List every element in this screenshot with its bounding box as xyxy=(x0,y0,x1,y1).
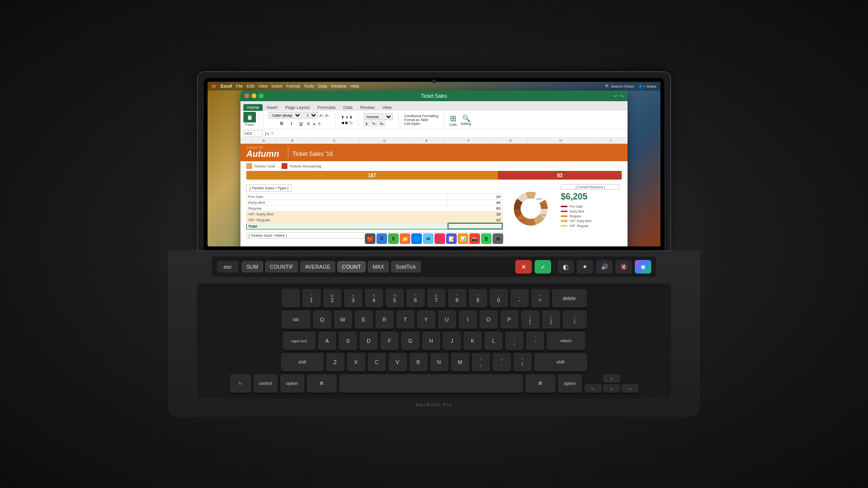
sum-button[interactable]: SUM xyxy=(241,261,263,273)
col-e-header[interactable]: E xyxy=(410,138,444,143)
col-c-header[interactable]: C xyxy=(310,138,360,143)
undo-icon[interactable]: ↩ xyxy=(614,94,617,98)
key-fn[interactable]: fn xyxy=(230,374,251,393)
key-left-arrow[interactable]: ← xyxy=(584,384,602,393)
dock-icon-launchpad[interactable]: ⠿ xyxy=(376,233,387,244)
col-a-header[interactable]: A xyxy=(252,138,276,143)
borders-icon[interactable]: ⊞ xyxy=(307,122,310,126)
key-return[interactable]: return xyxy=(547,332,585,350)
key-slash[interactable]: ?/ xyxy=(513,353,532,371)
key-space[interactable] xyxy=(339,374,523,393)
redo-icon[interactable]: ↪ xyxy=(620,94,624,98)
key-right-command[interactable]: ⌘ xyxy=(525,374,555,393)
key-semicolon[interactable]: :; xyxy=(505,332,524,350)
key-4[interactable]: $4 xyxy=(365,289,383,307)
align-top-icon[interactable]: ⬆ xyxy=(341,115,344,120)
fill-color-icon[interactable]: ▲ xyxy=(312,122,316,126)
dock-icon-8[interactable]: 🗓 xyxy=(481,233,492,244)
key-o[interactable]: O xyxy=(479,310,498,329)
help-menu[interactable]: Help xyxy=(350,84,359,89)
format-menu[interactable]: Format xyxy=(286,84,300,89)
key-t[interactable]: T xyxy=(396,310,415,329)
currency-icon[interactable]: $ xyxy=(364,121,369,126)
confirm-button[interactable]: ✓ xyxy=(535,260,551,274)
formula-input[interactable]: = xyxy=(271,131,625,136)
cell-styles-btn[interactable]: Cell Styles xyxy=(404,122,438,125)
key-1[interactable]: !1 xyxy=(302,289,321,307)
insert-menu[interactable]: Insert xyxy=(271,84,283,89)
volume-down-button[interactable]: 🔇 xyxy=(615,260,632,274)
paste-icon[interactable]: 📋 xyxy=(243,112,256,122)
key-l[interactable]: L xyxy=(484,332,503,350)
dock-icon-finder[interactable]: 🍎 xyxy=(365,233,375,244)
col-g-header[interactable]: G xyxy=(494,138,528,143)
key-comma[interactable]: <, xyxy=(472,353,490,371)
key-w[interactable]: W xyxy=(334,310,352,329)
comma-icon[interactable]: ‰ xyxy=(378,121,385,126)
siri-button[interactable]: ◉ xyxy=(635,260,651,274)
apple-menu[interactable]: 🍎 xyxy=(211,84,217,89)
col-f-header[interactable]: F xyxy=(444,138,494,143)
number-format-select[interactable]: General xyxy=(364,113,393,120)
italic-button[interactable]: I xyxy=(287,120,295,127)
regular-value[interactable]: 63 xyxy=(448,206,502,212)
key-period[interactable]: >. xyxy=(493,353,511,371)
key-6[interactable]: ^6 xyxy=(406,289,425,307)
countif-button[interactable]: COUNTIF xyxy=(265,261,299,273)
volume-up-button[interactable]: 🔊 xyxy=(596,260,613,274)
dock-icon-3[interactable]: ✉ xyxy=(423,233,434,244)
key-right-shift[interactable]: shift xyxy=(534,353,587,371)
col-h-header[interactable]: H xyxy=(527,138,594,143)
esc-button[interactable]: esc xyxy=(217,261,239,273)
col-d-header[interactable]: D xyxy=(359,138,410,143)
key-e[interactable]: E xyxy=(355,310,373,329)
key-5[interactable]: %5 xyxy=(386,289,404,307)
excel-menu[interactable]: Excel xyxy=(221,84,232,89)
key-right-option[interactable]: option xyxy=(558,374,582,393)
align-right-icon[interactable]: ▷ xyxy=(350,121,353,125)
presale-value[interactable]: 20 xyxy=(448,194,502,200)
col-i-header[interactable]: I xyxy=(594,138,628,143)
cancel-button[interactable]: ✕ xyxy=(515,260,532,274)
soldtick-button[interactable]: SoldTick xyxy=(391,261,421,273)
align-left-icon[interactable]: ◀ xyxy=(341,121,344,125)
percent-icon[interactable]: % xyxy=(371,121,377,126)
key-quote[interactable]: "' xyxy=(526,332,544,350)
dock-icon-excel[interactable]: X xyxy=(388,233,399,244)
align-center-icon[interactable]: ▶ xyxy=(345,121,348,125)
key-delete[interactable]: delete xyxy=(552,289,587,307)
key-v[interactable]: V xyxy=(389,353,407,371)
dock-icon-2[interactable]: 🌐 xyxy=(411,233,422,244)
key-control[interactable]: control xyxy=(254,374,278,393)
key-7[interactable]: &7 xyxy=(427,289,446,307)
key-8[interactable]: *8 xyxy=(448,289,466,307)
vip-earlybird-value[interactable]: 16 xyxy=(448,212,502,217)
key-n[interactable]: N xyxy=(430,353,449,371)
key-minus[interactable]: _- xyxy=(510,289,529,307)
dock-icon-6[interactable]: 📊 xyxy=(458,233,468,244)
dock-icon-9[interactable]: ⚙ xyxy=(493,233,503,244)
minimize-button[interactable] xyxy=(252,93,256,98)
font-size-up-icon[interactable]: A↑ xyxy=(319,113,324,118)
key-open-bracket[interactable]: {[ xyxy=(521,310,539,329)
key-i[interactable]: I xyxy=(459,310,477,329)
underline-button[interactable]: U xyxy=(297,120,305,127)
earlybird-value[interactable]: 46 xyxy=(448,200,502,206)
tab-formulas[interactable]: Formulas xyxy=(314,104,340,111)
key-h[interactable]: H xyxy=(422,332,440,350)
key-d[interactable]: D xyxy=(359,332,378,350)
font-color-icon[interactable]: A xyxy=(318,122,320,126)
font-family-select[interactable]: Calibri (Body) xyxy=(269,112,302,119)
key-m[interactable]: M xyxy=(451,353,469,371)
key-up-arrow[interactable]: ↑ xyxy=(603,374,620,383)
key-q[interactable]: Q xyxy=(313,310,331,329)
key-right-arrow[interactable]: → xyxy=(621,384,639,393)
align-bottom-icon[interactable]: ⬇ xyxy=(349,115,353,120)
key-tab[interactable]: tab xyxy=(282,310,311,329)
key-p[interactable]: P xyxy=(500,310,519,329)
count-button[interactable]: COUNT xyxy=(337,261,366,273)
window-menu[interactable]: Window xyxy=(331,84,346,89)
key-2[interactable]: @2 xyxy=(323,289,342,307)
tab-insert[interactable]: Insert xyxy=(263,104,282,111)
key-c[interactable]: C xyxy=(368,353,386,371)
